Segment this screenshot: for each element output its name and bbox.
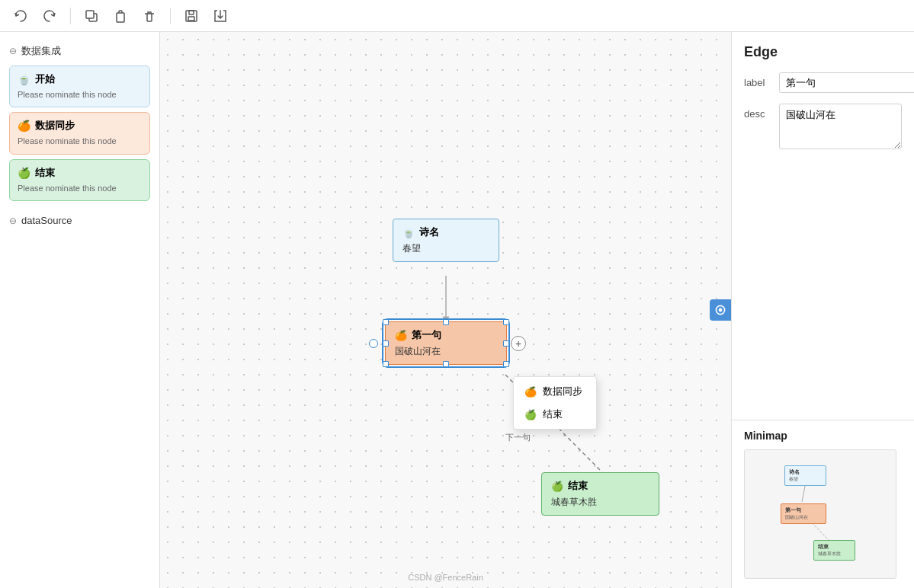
sidebar-group-label-datasource: dataSource [21, 215, 72, 226]
flow-node-end-content: 城春草木胜 [551, 496, 649, 509]
flow-node-first-content: 国破山河在 [395, 345, 497, 358]
svg-rect-5 [188, 17, 194, 21]
redo-icon[interactable] [41, 8, 58, 24]
flow-node-end-header: 🍏 结束 [551, 479, 649, 493]
context-end-label: 结束 [543, 407, 563, 421]
handle-bot-center[interactable] [443, 361, 449, 367]
minimap-title: Minimap [744, 430, 902, 442]
sidebar-node-sync[interactable]: 🍊 数据同步 Please nominate this node [9, 112, 150, 154]
handle-mid-right[interactable] [503, 340, 509, 347]
export-icon[interactable] [212, 8, 229, 24]
settings-gear-button[interactable] [710, 299, 731, 321]
minimap-node-end: 结束 城春草木胜 [813, 540, 855, 561]
edge-label-text: 下一句 [505, 432, 531, 443]
context-sync-icon: 🍊 [524, 386, 537, 398]
context-menu-item-sync[interactable]: 🍊 数据同步 [514, 380, 596, 403]
sidebar-group-data-integration: ⊖ 数据集成 🍵 开始 Please nominate this node 🍊 … [0, 38, 159, 209]
flow-node-first-header: 🍊 第一句 [395, 328, 497, 342]
context-sync-label: 数据同步 [543, 385, 582, 398]
svg-rect-4 [189, 11, 194, 14]
sidebar-node-sync-desc: Please nominate this node [18, 136, 142, 147]
svg-rect-1 [86, 11, 94, 18]
sidebar-node-end[interactable]: 🍏 结束 Please nominate this node [9, 159, 150, 201]
sync-node-icon: 🍊 [18, 120, 30, 132]
svg-rect-3 [186, 11, 197, 21]
handle-bot-left[interactable] [383, 361, 389, 367]
form-label-desc: desc [744, 104, 771, 120]
sidebar-node-start[interactable]: 🍵 开始 Please nominate this node [9, 66, 150, 107]
toolbar [0, 0, 914, 32]
copy-icon[interactable] [83, 8, 100, 24]
flow-node-poem-content: 春望 [402, 242, 489, 255]
flow-node-first[interactable]: 🍊 第一句 国破山河在 + [385, 321, 507, 365]
form-row-label: label [744, 72, 902, 93]
minimap-section: Minimap 诗名 春望 第一句 国破山河在 结束 城春草木胜 [732, 420, 914, 588]
sidebar-node-sync-header: 🍊 数据同步 [18, 119, 142, 133]
handle-top-left[interactable] [383, 319, 389, 325]
sidebar-group-title-data-integration[interactable]: ⊖ 数据集成 [9, 41, 150, 61]
paste-icon[interactable] [112, 8, 129, 24]
connect-circle[interactable] [369, 339, 378, 348]
first-node-icon: 🍊 [395, 330, 407, 341]
right-panel-edge-section: Edge label desc [732, 32, 914, 420]
sidebar: ⊖ 数据集成 🍵 开始 Please nominate this node 🍊 … [0, 32, 160, 588]
watermark-text: CSDN @FenceRain [408, 573, 483, 582]
delete-icon[interactable] [141, 8, 158, 24]
handle-top-right[interactable] [503, 319, 509, 325]
handle-mid-left[interactable] [383, 340, 389, 347]
flow-node-poem[interactable]: 🍵 诗名 春望 [393, 219, 499, 262]
desc-textarea[interactable] [779, 104, 902, 149]
svg-rect-2 [117, 13, 124, 22]
save-icon[interactable] [183, 8, 200, 24]
end-flow-node-icon: 🍏 [551, 481, 563, 492]
poem-node-icon: 🍵 [402, 227, 415, 238]
form-row-desc: desc [744, 104, 902, 149]
collapse-icon-2: ⊖ [9, 216, 17, 226]
sidebar-node-sync-label: 数据同步 [35, 119, 75, 133]
divider1 [70, 8, 71, 24]
undo-icon[interactable] [12, 8, 29, 24]
end-node-icon: 🍏 [18, 167, 30, 179]
flow-node-end[interactable]: 🍏 结束 城春草木胜 [541, 472, 659, 516]
sidebar-group-datasource: ⊖ dataSource [0, 209, 159, 232]
handle-top-center[interactable] [443, 319, 449, 325]
form-label-label: label [744, 72, 771, 88]
canvas-area[interactable]: 🍵 诗名 春望 🍊 第一句 国破山河在 + [160, 32, 731, 588]
context-end-icon: 🍏 [524, 409, 537, 420]
right-panel: Edge label desc Minimap 诗名 春望 [731, 32, 914, 588]
sidebar-group-label-data-integration: 数据集成 [21, 44, 61, 58]
context-menu: 🍊 数据同步 🍏 结束 [513, 376, 597, 430]
right-panel-title: Edge [744, 44, 902, 60]
flow-node-poem-header: 🍵 诗名 [402, 225, 489, 239]
sidebar-node-end-header: 🍏 结束 [18, 166, 142, 180]
minimap-container: 诗名 春望 第一句 国破山河在 结束 城春草木胜 [744, 449, 896, 579]
flow-node-end-label: 结束 [568, 479, 588, 493]
sidebar-node-end-label: 结束 [35, 166, 55, 180]
sidebar-group-title-datasource[interactable]: ⊖ dataSource [9, 212, 150, 229]
minimap-node-first: 第一句 国破山河在 [781, 503, 826, 524]
minimap-node-poem: 诗名 春望 [784, 465, 826, 486]
flow-node-first-label: 第一句 [412, 328, 441, 342]
label-input[interactable] [779, 72, 914, 93]
start-node-icon: 🍵 [18, 73, 30, 85]
main-container: ⊖ 数据集成 🍵 开始 Please nominate this node 🍊 … [0, 32, 914, 588]
sidebar-node-start-desc: Please nominate this node [18, 89, 142, 101]
sidebar-node-start-label: 开始 [35, 72, 55, 86]
handle-bot-right[interactable] [503, 361, 509, 367]
context-menu-item-end[interactable]: 🍏 结束 [514, 403, 596, 426]
add-connection-button[interactable]: + [511, 336, 526, 351]
flow-node-poem-label: 诗名 [419, 225, 439, 239]
sidebar-node-end-desc: Please nominate this node [18, 183, 142, 194]
divider2 [170, 8, 171, 24]
sidebar-node-start-header: 🍵 开始 [18, 72, 142, 86]
collapse-icon: ⊖ [9, 46, 17, 56]
